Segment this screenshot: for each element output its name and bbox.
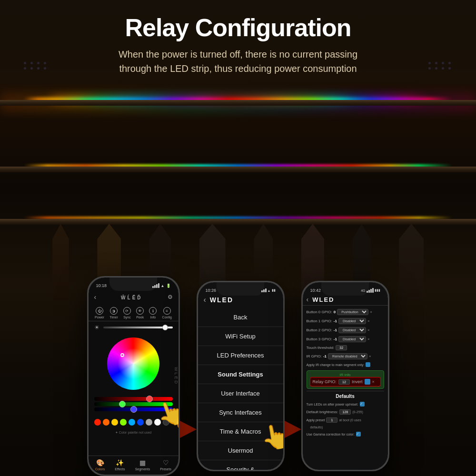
relay-row: Relay GPIO: Invert ×: [310, 377, 381, 387]
color-wheel-container: [89, 334, 178, 394]
phone-3: 10:42 4G ▮▮▮: [301, 281, 389, 471]
menu-wifi-setup[interactable]: WiFi Setup: [198, 327, 283, 346]
effects-icon: ✨: [116, 459, 124, 466]
palette-gray[interactable]: [146, 419, 152, 426]
nav-info[interactable]: ℹ Info: [149, 307, 157, 319]
ir-delete[interactable]: ×: [369, 354, 371, 358]
signal-bars-2: [261, 288, 267, 292]
menu-back[interactable]: Back: [198, 308, 283, 327]
phone-1: 10:18 ▲ 🔋 ‹: [87, 276, 180, 476]
setting-apply-ir: Apply IR change to main segment only:: [307, 361, 384, 368]
app-screen-settings: 10:42 4G ▮▮▮: [303, 282, 388, 470]
settings-body: Button 0 GPIO: 0 Pushbutton × Button 1 G…: [303, 306, 388, 470]
phone-3-status-bar: 10:42 4G ▮▮▮: [303, 285, 388, 296]
nav-sync[interactable]: ⟳ Sync: [123, 307, 131, 319]
menu-sync-interfaces[interactable]: Sync Interfaces: [198, 403, 283, 422]
brightness-slider[interactable]: [103, 327, 173, 328]
back-icon-3[interactable]: ‹: [307, 296, 309, 303]
menu-sound-settings[interactable]: Sound Settings: [198, 365, 283, 384]
wheel-dot: [120, 353, 124, 357]
setting-button0: Button 0 GPIO: 0 Pushbutton ×: [307, 307, 384, 317]
wled-logo-1: ŴĹĔĎ: [121, 293, 142, 301]
phones-section: 10:18 ▲ 🔋 ‹: [0, 257, 476, 476]
button2-select[interactable]: Disabled: [338, 327, 366, 333]
setting-gamma: Use Gamma correction for color: ✓: [307, 430, 384, 438]
button1-delete[interactable]: ×: [367, 319, 370, 323]
setting-button1: Button 1 GPIO: -1 Disabled ×: [307, 317, 384, 326]
sync-icon: ⟳: [123, 307, 131, 315]
palette-lime[interactable]: [120, 419, 127, 426]
phone-2-status-bar: 10:26 ▲ ▮▮: [198, 285, 283, 296]
palette-red[interactable]: [94, 419, 101, 426]
nav-config[interactable]: ≡ Config: [162, 307, 172, 319]
wled-side-label: WLED: [174, 367, 178, 385]
bottom-nav-presets[interactable]: ♡ Presets: [160, 459, 171, 471]
brightness-input[interactable]: [339, 409, 351, 415]
relay-gpio-input[interactable]: [338, 379, 350, 385]
apply-ir-checkbox[interactable]: [366, 362, 370, 367]
relay-delete[interactable]: ×: [372, 379, 375, 384]
power-icon: ⏻: [96, 307, 103, 315]
button0-delete[interactable]: ×: [370, 310, 372, 314]
red-slider[interactable]: [94, 397, 173, 401]
app-nav-1: ⏻ Power ◑ Timer ⟳ Sync 👁: [89, 305, 178, 321]
palette-yellow[interactable]: [111, 419, 118, 426]
battery-icon-2: ▮▮: [272, 288, 276, 292]
touch-threshold-input[interactable]: [336, 345, 347, 350]
setting-button2: Button 2 GPIO: -1 Disabled ×: [307, 326, 384, 335]
back-icon-1[interactable]: ‹: [94, 293, 97, 301]
arrow-right-1: [180, 421, 197, 438]
phone-1-screen: 10:18 ▲ 🔋 ‹: [89, 278, 178, 475]
peek-icon: 👁: [136, 307, 144, 315]
menu-user-interface[interactable]: User Interface: [198, 384, 283, 403]
gamma-checkbox[interactable]: ✓: [356, 432, 361, 436]
turn-leds-checkbox[interactable]: ✓: [360, 402, 365, 407]
setting-defaults-note: defaults): [307, 424, 384, 430]
wifi-icon: ▲: [161, 284, 165, 288]
nav-power[interactable]: ⏻ Power: [95, 307, 104, 319]
color-wheel[interactable]: [107, 337, 159, 390]
bottom-nav-colors[interactable]: 🎨 Colors: [95, 459, 105, 471]
battery-icon-3: ▮▮▮: [375, 288, 380, 292]
wled-logo-3: WLED: [312, 296, 334, 303]
nav-peek[interactable]: 👁 Peek: [136, 307, 144, 319]
segments-icon: ▦: [139, 459, 146, 466]
palette-cyan[interactable]: [129, 419, 135, 426]
phone-2-time: 10:26: [206, 288, 217, 293]
ir-select[interactable]: Remote disabled: [328, 353, 367, 359]
button2-delete[interactable]: ×: [367, 328, 370, 332]
nav-timer[interactable]: ◑ Timer: [109, 307, 118, 319]
setting-ir: IR GPIO: -1 Remote disabled ×: [307, 352, 384, 361]
button3-delete[interactable]: ×: [367, 337, 370, 341]
setting-button3: Button 3 GPIO: -1 Disabled ×: [307, 335, 384, 344]
wled-logo-2: WLED: [210, 296, 233, 304]
arrow-right-2: [285, 421, 301, 438]
brightness-row: ☀: [89, 321, 178, 334]
phone-1-time: 10:18: [96, 283, 107, 288]
battery-icon: 🔋: [166, 284, 171, 288]
green-thumb: [119, 401, 126, 407]
palette-blue[interactable]: [137, 419, 144, 426]
page-wrapper: Relay Configuration When the power is tu…: [0, 0, 476, 476]
timer-icon: ◑: [110, 307, 118, 315]
shelf-2: [0, 167, 476, 172]
brightness-thumb: [162, 325, 168, 330]
bottom-nav-segments[interactable]: ▦ Segments: [135, 459, 150, 471]
menu-security[interactable]: Security &: [198, 460, 283, 470]
back-icon-2[interactable]: ‹: [204, 296, 206, 304]
gear-icon-1[interactable]: ⚙: [168, 294, 173, 300]
button0-select[interactable]: Pushbutton: [337, 309, 368, 315]
palette-orange[interactable]: [103, 419, 109, 426]
ir-info-box: IR info Relay GPIO: Invert ×: [307, 370, 384, 389]
button1-select[interactable]: Disabled: [338, 318, 366, 324]
ir-info-label: IR info: [310, 373, 381, 377]
bottom-nav-effects[interactable]: ✨ Effects: [115, 459, 125, 471]
button3-select[interactable]: Disabled: [338, 336, 366, 342]
setting-default-brightness: Default brightness: (0-255): [307, 408, 384, 416]
menu-led-preferences[interactable]: LED Preferences: [198, 346, 283, 365]
setting-touch: Touch threshold:: [307, 344, 384, 352]
arrow-1: [180, 421, 197, 438]
network-4g-icon: 4G: [361, 289, 365, 292]
invert-checkbox[interactable]: [365, 379, 370, 385]
preset-input[interactable]: [326, 417, 337, 423]
